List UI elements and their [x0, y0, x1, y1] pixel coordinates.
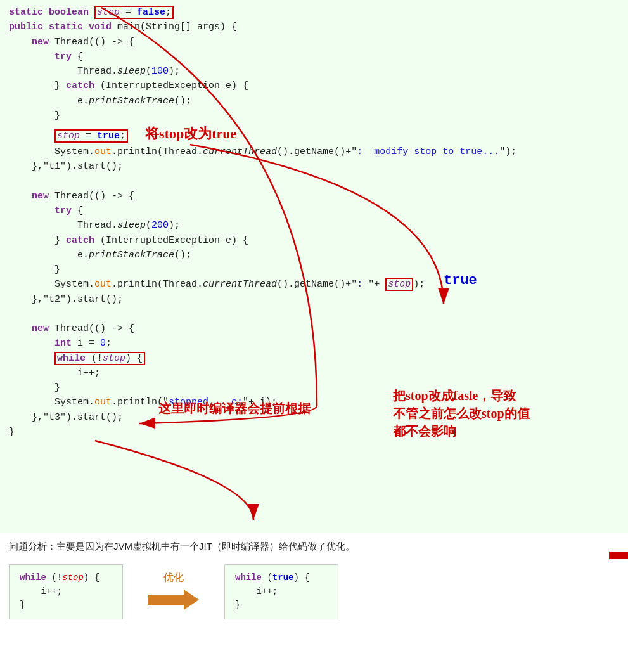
code-line-29: }: [9, 425, 622, 439]
code-line-24: while (!stop) {: [9, 351, 622, 366]
code-line-13: new Thread(() -> {: [9, 189, 622, 204]
analysis-section: 问题分析：主要是因为在JVM虚拟机中有一个JIT（即时编译器）给代码做了优化。 …: [0, 533, 628, 627]
code-area: static boolean stop = false; public stat…: [0, 0, 628, 533]
left-code-box: while (!stop) { i++; }: [9, 564, 123, 619]
code-line-21: [9, 307, 622, 321]
code-line-4: try {: [9, 49, 622, 64]
code-line-25: i++;: [9, 366, 622, 380]
arrow-shape-icon: [148, 587, 199, 612]
optimization-label: 优化: [163, 571, 184, 585]
right-code-box: while (true) { i++; }: [224, 564, 338, 619]
analysis-text: 问题分析：主要是因为在JVM虚拟机中有一个JIT（即时编译器）给代码做了优化。: [9, 541, 619, 553]
code-line-10: System.out.println(Thread.currentThread(…: [9, 145, 622, 159]
optimization-arrow: 优化: [148, 571, 199, 612]
code-line-11: },"t1").start();: [9, 159, 622, 174]
jit-annotation2: 把stop改成fasle，导致不管之前怎么改stop的值都不会影响: [393, 387, 530, 440]
code-line-16: } catch (InterruptedException e) {: [9, 233, 622, 248]
code-content: static boolean stop = false; public stat…: [9, 5, 622, 439]
svg-marker-4: [148, 590, 199, 610]
right-line2: i++;: [235, 585, 328, 599]
code-line-8: }: [9, 108, 622, 123]
right-line3: }: [235, 598, 328, 612]
code-line-14: try {: [9, 204, 622, 218]
gaoji-badge: 高级: [609, 552, 628, 559]
code-line-6: } catch (InterruptedException e) {: [9, 79, 622, 93]
code-line-17: e.printStackTrace();: [9, 248, 622, 262]
code-line-20: },"t2").start();: [9, 292, 622, 307]
code-line-7: e.printStackTrace();: [9, 94, 622, 108]
code-line-23: int i = 0;: [9, 336, 622, 351]
right-line1: while (true) {: [235, 571, 328, 585]
jit-annotation1: 这里即时编译器会提前根据: [158, 399, 311, 417]
code-line-9: stop = true; 将stop改为true: [9, 123, 622, 145]
code-line-3: new Thread(() -> {: [9, 35, 622, 49]
code-line-22: new Thread(() -> {: [9, 321, 622, 336]
code-line-18: }: [9, 262, 622, 277]
code-line-1: static boolean stop = false;: [9, 5, 622, 20]
true-annotation: true: [444, 273, 477, 288]
code-line-2: public static void main(String[] args) {: [9, 20, 622, 34]
code-line-12: [9, 174, 622, 189]
code-line-15: Thread.sleep(200);: [9, 218, 622, 233]
optimization-diagram: while (!stop) { i++; } 优化 while (true) {…: [9, 564, 619, 619]
left-line2: i++;: [20, 585, 112, 599]
left-line1: while (!stop) {: [20, 571, 112, 585]
left-line3: }: [20, 598, 112, 612]
code-line-26: }: [9, 380, 622, 395]
annotation-stop-change: 将stop改为true: [145, 126, 236, 141]
code-line-19: System.out.println(Thread.currentThread(…: [9, 277, 622, 292]
code-line-5: Thread.sleep(100);: [9, 64, 622, 79]
